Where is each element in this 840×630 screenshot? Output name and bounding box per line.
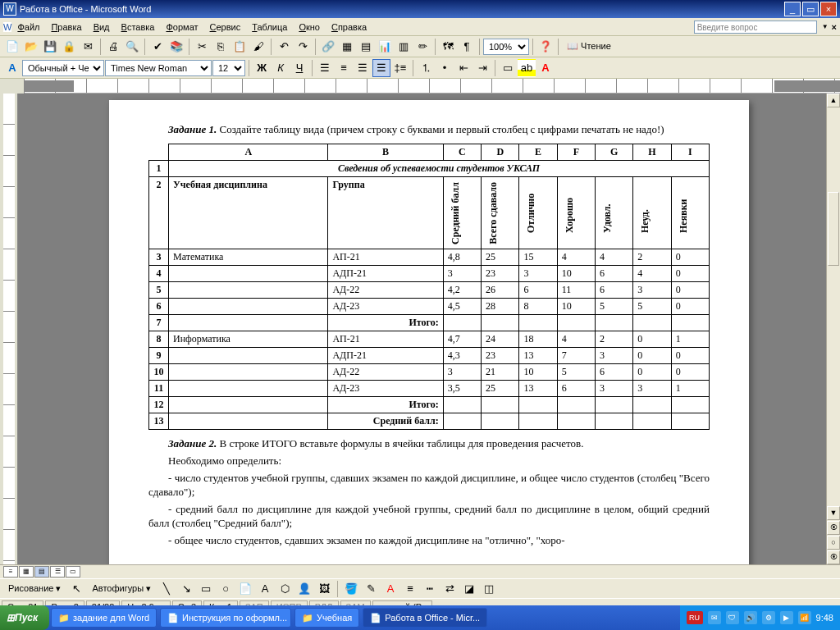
table-row[interactable]: 5АД-224,226611630 [149, 282, 710, 299]
new-doc-icon[interactable]: 📄 [3, 38, 21, 56]
font-color-draw-icon[interactable]: A [381, 580, 399, 598]
bullets-icon[interactable]: • [436, 59, 454, 77]
menu-файл[interactable]: Файл [11, 21, 45, 34]
table-row[interactable]: 3МатематикаАП-214,825154420 [149, 249, 710, 266]
shadow-icon[interactable]: ◪ [460, 580, 478, 598]
horizontal-ruler[interactable] [0, 79, 840, 94]
permission-icon[interactable]: 🔒 [60, 38, 78, 56]
table-row[interactable]: 7Итого: [149, 315, 710, 331]
tray-icon[interactable]: 🛡 [726, 611, 739, 624]
hyperlink-icon[interactable]: 🔗 [319, 38, 337, 56]
style-select[interactable]: Обычный + Чер [22, 60, 104, 76]
line-style-icon[interactable]: ≡ [401, 580, 419, 598]
table-row[interactable]: 9АДП-214,323137300 [149, 348, 710, 364]
scroll-thumb[interactable] [828, 192, 839, 266]
wordart-icon[interactable]: A [256, 580, 274, 598]
table-row[interactable]: 13Средний балл: [149, 413, 710, 430]
paste-icon[interactable]: 📋 [231, 38, 249, 56]
numbering-icon[interactable]: ⒈ [417, 59, 435, 77]
reading-view-button[interactable]: ▭ [66, 566, 80, 578]
minimize-button[interactable]: _ [784, 2, 801, 16]
save-icon[interactable]: 💾 [41, 38, 59, 56]
table-row[interactable]: 4АДП-21323310640 [149, 266, 710, 282]
align-center-icon[interactable]: ≡ [335, 59, 353, 77]
justify-icon[interactable]: ☰ [372, 59, 390, 77]
menu-вид[interactable]: Вид [88, 21, 116, 34]
font-select[interactable]: Times New Roman [105, 60, 212, 76]
clipart-icon[interactable]: 👤 [295, 580, 313, 598]
font-size-select[interactable]: 12 [212, 60, 245, 76]
research-icon[interactable]: 📚 [167, 38, 185, 56]
picture-icon[interactable]: 🖼 [315, 580, 333, 598]
lang-indicator[interactable]: RU [687, 611, 703, 624]
styles-pane-icon[interactable]: A [3, 59, 21, 77]
menu-dropdown-icon[interactable]: ▼ [822, 23, 829, 30]
mail-icon[interactable]: ✉ [79, 38, 97, 56]
web-view-button[interactable]: ▦ [19, 566, 34, 578]
menu-формат[interactable]: Формат [160, 21, 203, 34]
copy-icon[interactable]: ⎘ [212, 38, 230, 56]
close-doc-button[interactable]: × [832, 22, 837, 32]
open-icon[interactable]: 📂 [22, 38, 40, 56]
prev-page-button[interactable]: ⦿ [827, 521, 840, 535]
oval-icon[interactable]: ○ [217, 580, 235, 598]
table-row[interactable]: 10АД-22321105600 [149, 364, 710, 381]
drawing-icon[interactable]: ✏ [413, 38, 431, 56]
print-icon[interactable]: 🖨 [104, 38, 122, 56]
highlight-icon[interactable]: ab [518, 59, 536, 77]
zoom-select[interactable]: 100% [483, 39, 529, 55]
tray-icon[interactable]: 📶 [798, 611, 811, 624]
print-view-button[interactable]: ▤ [34, 566, 49, 578]
close-button[interactable]: × [820, 2, 837, 16]
menu-справка[interactable]: Справка [326, 21, 372, 34]
line-icon[interactable]: ╲ [158, 580, 176, 598]
fill-color-icon[interactable]: 🪣 [342, 580, 360, 598]
borders-icon[interactable]: ▭ [499, 59, 517, 77]
start-button[interactable]: ⊞ Пуск [0, 605, 49, 630]
3d-icon[interactable]: ◫ [480, 580, 498, 598]
align-left-icon[interactable]: ☰ [316, 59, 334, 77]
cut-icon[interactable]: ✂ [193, 38, 211, 56]
insert-table-icon[interactable]: ▤ [357, 38, 375, 56]
read-mode-button[interactable]: 📖 Чтение [562, 39, 616, 53]
data-table[interactable]: ABCDEFGHI 1Сведения об успеваемости студ… [148, 144, 710, 431]
scroll-up-button[interactable]: ▲ [827, 94, 840, 107]
preview-icon[interactable]: 🔍 [123, 38, 141, 56]
menu-сервис[interactable]: Сервис [204, 21, 247, 34]
select-objects-icon[interactable]: ↖ [67, 580, 85, 598]
dec-indent-icon[interactable]: ⇤ [454, 59, 472, 77]
arrow-icon[interactable]: ↘ [177, 580, 195, 598]
restore-button[interactable]: ▭ [802, 2, 819, 16]
redo-icon[interactable]: ↷ [294, 38, 312, 56]
next-page-button[interactable]: ⦿ [827, 550, 840, 564]
columns-icon[interactable]: ▥ [395, 38, 413, 56]
dash-style-icon[interactable]: ┅ [421, 580, 439, 598]
drawing-menu[interactable]: Рисование ▾ [3, 582, 66, 596]
docmap-icon[interactable]: 🗺 [439, 38, 457, 56]
bold-icon[interactable]: Ж [253, 59, 271, 77]
clock[interactable]: 9:48 [816, 613, 833, 623]
tables-borders-icon[interactable]: ▦ [338, 38, 356, 56]
textbox-icon[interactable]: 📄 [236, 580, 254, 598]
font-color-icon[interactable]: A [536, 59, 555, 77]
arrow-style-icon[interactable]: ⇄ [441, 580, 459, 598]
vertical-ruler[interactable] [0, 94, 18, 564]
help-icon[interactable]: ❓ [536, 38, 555, 56]
ask-question-input[interactable]: Введите вопрос [694, 21, 817, 34]
menu-окно[interactable]: Окно [293, 21, 326, 34]
menu-вставка[interactable]: Вставка [116, 21, 161, 34]
inc-indent-icon[interactable]: ⇥ [473, 59, 491, 77]
table-row[interactable]: 8ИнформатикаАП-214,724184201 [149, 331, 710, 348]
line-color-icon[interactable]: ✎ [362, 580, 380, 598]
tray-icon[interactable]: 🔊 [744, 611, 757, 624]
align-right-icon[interactable]: ☰ [354, 59, 372, 77]
spell-icon[interactable]: ✔ [148, 38, 167, 56]
outline-view-button[interactable]: ☰ [50, 566, 65, 578]
document-page[interactable]: Задание 1. Создайте таблицу вида (причем… [109, 100, 749, 564]
show-marks-icon[interactable]: ¶ [458, 38, 476, 56]
taskbar-item-4[interactable]: 📄 Работа в Office - Micr... [363, 608, 487, 628]
table-row[interactable]: 6АД-234,528810550 [149, 299, 710, 315]
taskbar-item-1[interactable]: 📁 задание для Word [51, 608, 157, 628]
tray-icon[interactable]: ⚙ [762, 611, 775, 624]
tray-icon[interactable]: ▶ [780, 611, 793, 624]
